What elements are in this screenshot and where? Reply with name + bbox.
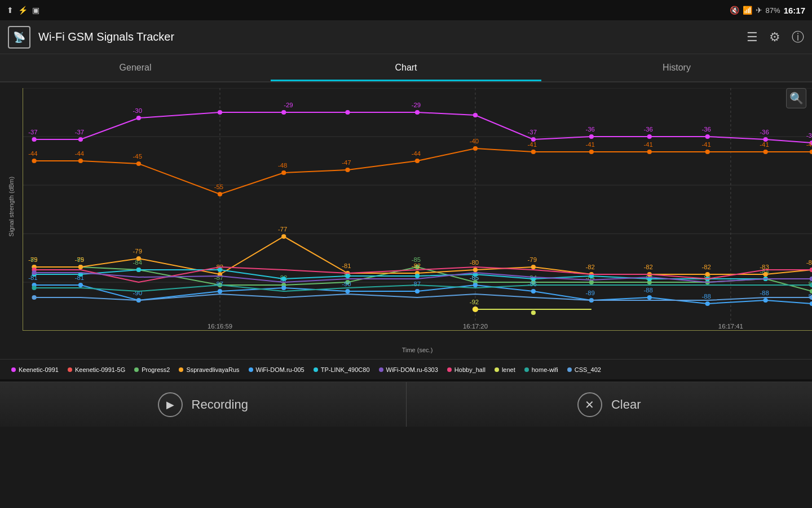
legend-item: Progress2 [134, 366, 170, 373]
play-icon: ▶ [158, 392, 183, 417]
svg-text:-82: -82 [412, 262, 421, 269]
svg-text:-29: -29 [412, 102, 421, 108]
svg-text:-88: -88 [760, 290, 769, 296]
svg-text:-36: -36 [760, 129, 769, 135]
svg-point-15 [78, 137, 83, 142]
svg-text:-30: -30 [133, 107, 142, 114]
svg-text:-82: -82 [701, 264, 710, 270]
svg-point-50 [705, 150, 710, 154]
svg-text:-92: -92 [470, 299, 479, 305]
mute-icon: 🔇 [730, 6, 739, 15]
settings-icon[interactable]: ⚙ [769, 30, 780, 45]
battery-indicator: 87% [766, 6, 780, 15]
clear-button[interactable]: ✕ Clear [407, 382, 813, 427]
legend-item: Hobby_hall [447, 366, 486, 373]
svg-point-130 [473, 283, 478, 287]
svg-text:-77: -77 [278, 226, 287, 233]
svg-point-41 [136, 161, 141, 166]
status-bar-right: 🔇 📶 ✈ 87% 16:17 [730, 6, 805, 15]
svg-point-106 [705, 272, 710, 277]
svg-point-133 [647, 295, 652, 300]
svg-point-172 [32, 286, 36, 290]
bottom-spacer [0, 427, 812, 508]
svg-point-134 [705, 301, 710, 306]
legend-item: CSS_402 [567, 366, 601, 373]
svg-text:-90: -90 [342, 281, 351, 287]
legend-item: lenet [495, 366, 515, 373]
svg-point-166 [810, 268, 812, 272]
tab-history[interactable]: History [541, 54, 812, 81]
legend-item: WiFi-DOM.ru-6303 [379, 366, 438, 373]
tab-general[interactable]: General [0, 54, 271, 81]
svg-point-156 [345, 274, 350, 278]
chart-container: 🔍 Signal strength (dBm) -20 -40 -60 -80 … [0, 82, 812, 359]
x-axis-label: Time (sec.) [23, 347, 812, 353]
svg-text:-44: -44 [75, 150, 84, 157]
svg-point-127 [281, 286, 286, 290]
svg-text:-82: -82 [643, 264, 652, 270]
svg-text:-55: -55 [214, 183, 223, 190]
svg-text:-82: -82 [586, 264, 595, 270]
svg-point-19 [345, 110, 350, 115]
svg-point-46 [473, 146, 478, 151]
svg-text:-40: -40 [470, 138, 479, 144]
svg-text:-45: -45 [133, 153, 142, 160]
app-title: Wi-Fi GSM Signals Tracker [38, 30, 747, 43]
svg-point-39 [32, 159, 36, 163]
svg-text:-41: -41 [760, 141, 769, 148]
svg-point-131 [531, 289, 536, 294]
svg-point-174 [32, 295, 36, 300]
filter-icon[interactable]: ☰ [747, 30, 758, 45]
airplane-icon: ✈ [756, 6, 762, 15]
svg-text:-87: -87 [412, 281, 421, 287]
svg-point-136 [810, 301, 812, 306]
svg-text:-29: -29 [284, 102, 293, 108]
svg-point-25 [705, 134, 710, 139]
svg-point-157 [415, 274, 420, 278]
tab-bar: General Chart History [0, 54, 812, 82]
svg-point-45 [415, 159, 420, 163]
svg-point-167 [473, 306, 478, 312]
svg-text:-36: -36 [643, 126, 652, 133]
svg-point-24 [647, 134, 652, 139]
svg-point-16 [136, 116, 141, 120]
svg-text:-38: -38 [806, 132, 812, 139]
photo-icon: ▣ [32, 6, 39, 15]
svg-point-51 [764, 150, 768, 154]
chart-svg: -20 -40 -60 -80 -100 [23, 88, 812, 331]
svg-point-128 [345, 289, 350, 294]
legend-item: WiFi-DOM.ru-005 [249, 366, 304, 373]
status-bar-left: ⬆ ⚡ ▣ [7, 6, 39, 15]
info-icon[interactable]: ⓘ [792, 29, 804, 46]
svg-point-129 [415, 289, 420, 294]
svg-point-43 [281, 170, 286, 175]
svg-text:-86: -86 [528, 281, 537, 287]
y-axis-label: Signal strength (dBm) [0, 82, 23, 331]
svg-text:-41: -41 [528, 141, 537, 148]
svg-point-99 [281, 234, 286, 239]
svg-point-18 [281, 110, 286, 115]
svg-text:16:17:20: 16:17:20 [463, 323, 488, 330]
svg-point-97 [136, 256, 141, 261]
svg-text:-37: -37 [75, 129, 84, 135]
status-bar: ⬆ ⚡ ▣ 🔇 📶 ✈ 87% 16:17 [0, 0, 812, 20]
record-button[interactable]: ▶ Recording [0, 382, 407, 427]
legend-item: Keenetic-0991-5G [68, 366, 125, 373]
svg-text:-41: -41 [586, 141, 595, 148]
svg-point-107 [764, 272, 768, 277]
svg-text:16:16:59: 16:16:59 [208, 323, 232, 330]
legend-item: TP-LINK_490C80 [314, 366, 370, 373]
svg-point-20 [415, 110, 420, 115]
svg-point-170 [32, 270, 36, 275]
svg-text:-79: -79 [133, 248, 142, 255]
tab-chart[interactable]: Chart [271, 54, 541, 81]
svg-point-42 [218, 192, 222, 196]
zoom-button[interactable]: 🔍 [786, 88, 806, 108]
svg-point-40 [78, 159, 83, 163]
svg-point-168 [531, 310, 536, 315]
svg-point-17 [218, 110, 222, 115]
clock-display: 16:17 [784, 6, 805, 15]
charge-icon: ⚡ [18, 6, 28, 15]
svg-text:-80: -80 [470, 259, 479, 266]
svg-text:-37: -37 [28, 129, 37, 135]
